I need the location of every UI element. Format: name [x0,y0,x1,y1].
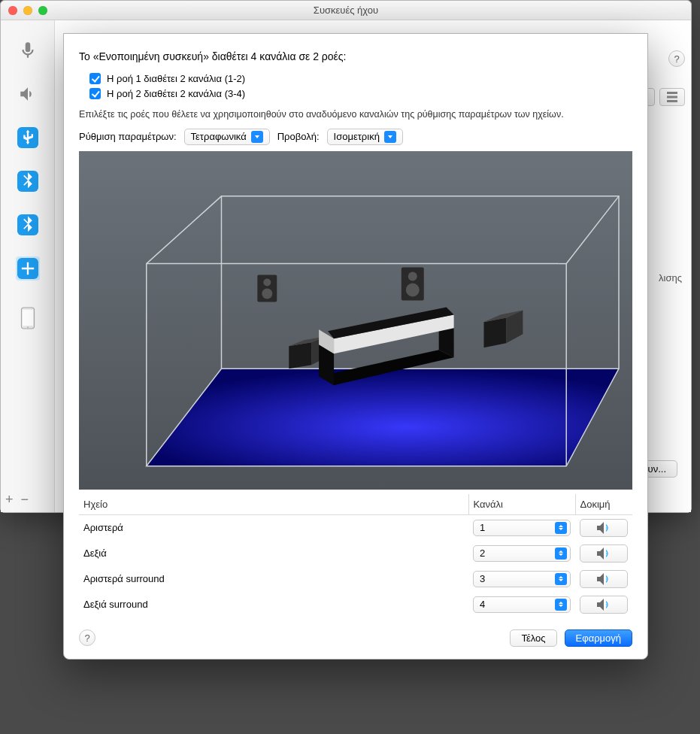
speaker-configuration-sheet: Το «Ενοποιημένη συσκευή» διαθέτει 4 κανά… [63,33,648,660]
svg-point-6 [26,326,28,328]
svg-rect-12 [667,96,677,99]
window-title: Συσκευές ήχου [1,5,691,16]
view-label: Προβολή: [277,131,320,142]
svg-point-23 [406,283,420,296]
done-button[interactable]: Τέλος [510,629,556,647]
svg-marker-24 [289,342,311,369]
stream-1-label: Η ροή 1 διαθέτει 2 κανάλια (1-2) [107,73,245,84]
svg-point-20 [262,288,272,299]
col-test: Δοκιμή [575,494,632,515]
bluetooth-device-1-icon[interactable] [16,169,40,193]
speaker-name: Δεξιά surround [79,592,468,617]
chevron-down-icon [251,131,263,143]
table-row: Δεξιά surround 4 [79,592,632,617]
microphone-icon[interactable] [16,38,40,62]
minimize-icon[interactable] [23,6,32,15]
list-view-icon[interactable] [659,88,685,106]
stepper-icon [555,547,567,560]
table-row: Αριστερά 1 [79,514,632,541]
speaker-name: Δεξιά [79,541,468,566]
stream-2-row: Η ροή 2 διαθέτει 2 κανάλια (3-4) [89,88,632,99]
aggregate-device-icon[interactable] [16,256,40,281]
view-value: Ισομετρική [334,131,380,142]
device-sidebar: + − [1,20,55,512]
col-speaker: Ηχείο [79,494,468,515]
config-row: Ρύθμιση παραμέτρων: Τετραφωνικά Προβολή:… [79,129,632,145]
view-popup[interactable]: Ισομετρική [327,129,403,145]
titlebar: Συσκευές ήχου [1,1,691,20]
table-row: Δεξιά 2 [79,541,632,566]
svg-point-22 [408,271,417,281]
col-channel: Κανάλι [468,494,575,515]
channel-select[interactable]: 2 [473,545,571,562]
stepper-icon [555,573,567,585]
svg-point-19 [263,278,271,286]
bluetooth-device-2-icon[interactable] [16,213,40,237]
room-3d-viewport[interactable] [79,151,632,490]
config-value: Τετραφωνικά [191,131,247,142]
speaker-name: Αριστερά surround [79,566,468,592]
iphone-device-icon[interactable] [16,306,40,330]
apply-button[interactable]: Εφαρμογή [565,629,632,647]
traffic-lights [8,6,47,15]
add-device-button[interactable]: + [5,492,14,508]
sheet-header: Το «Ενοποιημένη συσκευή» διαθέτει 4 κανά… [79,50,632,62]
svg-rect-5 [23,310,33,326]
test-button[interactable] [580,519,628,537]
stream-1-row: Η ροή 1 διαθέτει 2 κανάλια (1-2) [89,73,632,84]
speaker-table: Ηχείο Κανάλι Δοκιμή Αριστερά 1 Δεξιά 2 Α… [79,494,632,617]
bg-fragment-1: λισης [659,272,682,284]
table-row: Αριστερά surround 3 [79,566,632,592]
svg-rect-13 [667,100,677,102]
channel-select[interactable]: 3 [473,571,571,587]
sheet-note: Επιλέξτε τις ροές που θέλετε να χρησιμοπ… [79,108,632,121]
test-button[interactable] [580,570,628,588]
chevron-down-icon [384,131,396,143]
stream-2-checkbox[interactable] [89,88,101,99]
help-icon[interactable]: ? [668,50,685,67]
stepper-icon [555,599,567,611]
stream-2-label: Η ροή 2 διαθέτει 2 κανάλια (3-4) [107,88,245,99]
sheet-footer: ? Τέλος Εφαρμογή [79,629,632,647]
channel-select[interactable]: 1 [473,520,571,536]
close-icon[interactable] [8,6,17,15]
test-button[interactable] [580,544,628,563]
stepper-icon [555,522,567,534]
svg-marker-15 [147,369,619,466]
svg-marker-27 [484,317,507,347]
stream-1-checkbox[interactable] [89,73,101,84]
zoom-icon[interactable] [38,6,47,15]
channel-select[interactable]: 4 [473,596,571,613]
test-button[interactable] [580,596,628,614]
sidebar-footer: + − [5,492,29,508]
usb-device-icon[interactable] [16,126,40,150]
help-icon[interactable]: ? [79,629,95,646]
remove-device-button[interactable]: − [21,492,29,508]
speaker-name: Αριστερά [79,514,468,541]
config-label: Ρύθμιση παραμέτρων: [79,131,177,142]
speaker-output-icon[interactable] [16,82,40,106]
config-popup[interactable]: Τετραφωνικά [184,129,270,145]
svg-rect-11 [667,92,677,94]
